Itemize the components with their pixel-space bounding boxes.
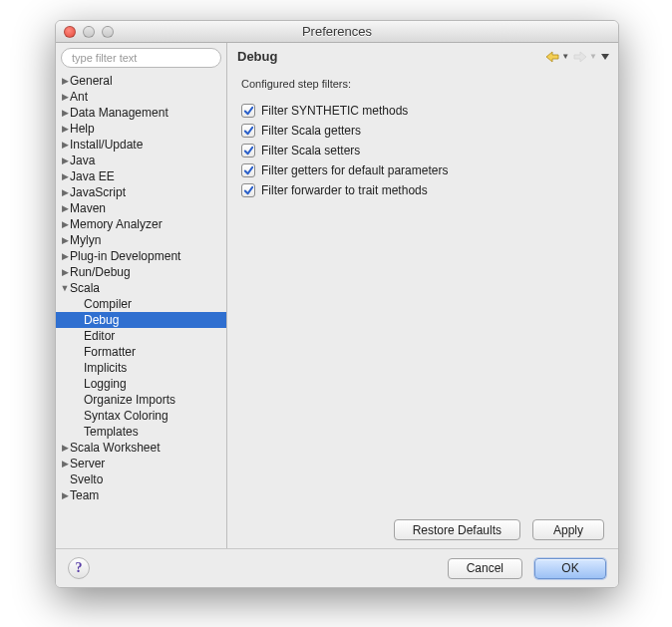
tree-item-label: Logging: [84, 377, 127, 391]
checkmark-icon: [243, 146, 254, 157]
tree-item[interactable]: ▶Scala Worksheet: [56, 440, 226, 456]
tree-item-label: Organize Imports: [84, 393, 175, 407]
disclosure-open-icon[interactable]: ▼: [60, 283, 70, 293]
option-row[interactable]: Filter Scala getters: [241, 124, 604, 138]
tree-item[interactable]: ▶Java EE: [56, 168, 226, 184]
tree-item[interactable]: ▶Data Management: [56, 105, 226, 121]
tree-item[interactable]: ▶Compiler: [56, 296, 226, 312]
traffic-lights: [56, 26, 114, 38]
view-menu-button[interactable]: [600, 53, 610, 61]
menu-chevron-icon: [601, 54, 609, 60]
tree-item[interactable]: ▶Java: [56, 153, 226, 168]
local-buttons: Restore Defaults Apply: [241, 509, 604, 540]
tree-item[interactable]: ▶Team: [56, 487, 226, 503]
tree-item[interactable]: ▶Mylyn: [56, 232, 226, 248]
option-label: Filter SYNTHETIC methods: [261, 104, 408, 118]
disclosure-closed-icon[interactable]: ▶: [60, 251, 70, 261]
tree-item[interactable]: ▶Maven: [56, 200, 226, 216]
disclosure-closed-icon[interactable]: ▶: [60, 108, 70, 118]
checkmark-icon: [243, 106, 254, 117]
option-label: Filter Scala setters: [261, 144, 360, 157]
tree-item-label: Memory Analyzer: [70, 217, 163, 231]
main-buttons: Cancel OK: [448, 558, 606, 579]
tree-item-label: Install/Update: [70, 138, 143, 152]
filter-input[interactable]: [61, 48, 221, 68]
disclosure-closed-icon[interactable]: ▶: [60, 156, 70, 165]
disclosure-closed-icon[interactable]: ▶: [60, 124, 70, 134]
tree-item-label: Team: [70, 488, 99, 502]
filter-wrap: [56, 43, 226, 73]
close-icon[interactable]: [64, 26, 76, 38]
tree-item[interactable]: ▶Run/Debug: [56, 264, 226, 280]
checkbox[interactable]: [241, 183, 255, 197]
chevron-down-icon: ▼: [589, 52, 597, 61]
section-label: Configured step filters:: [241, 78, 604, 90]
tree-item[interactable]: ▶Implicits: [56, 360, 226, 376]
tree-item[interactable]: ▶Syntax Coloring: [56, 408, 226, 424]
disclosure-closed-icon[interactable]: ▶: [60, 203, 70, 213]
tree-item-label: JavaScript: [70, 185, 126, 199]
tree-item[interactable]: ▶Debug: [56, 312, 226, 328]
option-row[interactable]: Filter Scala setters: [241, 144, 604, 157]
checkbox[interactable]: [241, 144, 255, 157]
tree-item[interactable]: ▶Install/Update: [56, 137, 226, 153]
tree-item[interactable]: ▶Plug-in Development: [56, 248, 226, 264]
tree-item-label: Formatter: [84, 345, 136, 359]
disclosure-closed-icon[interactable]: ▶: [60, 490, 70, 500]
tree-item-label: Compiler: [84, 297, 132, 311]
tree-item[interactable]: ▶JavaScript: [56, 184, 226, 200]
tree-item-label: Syntax Coloring: [84, 409, 168, 423]
tree-item[interactable]: ▼Scala: [56, 280, 226, 296]
tree-item[interactable]: ▶Svelto: [56, 471, 226, 487]
left-panel: ▶General▶Ant▶Data Management▶Help▶Instal…: [56, 43, 227, 548]
disclosure-closed-icon[interactable]: ▶: [60, 171, 70, 181]
option-row[interactable]: Filter forwarder to trait methods: [241, 183, 604, 197]
apply-button[interactable]: Apply: [532, 519, 604, 540]
tree-item-label: Scala: [70, 281, 100, 295]
page-header: Debug ▼ ▼: [227, 43, 618, 68]
zoom-icon[interactable]: [102, 26, 114, 38]
disclosure-closed-icon[interactable]: ▶: [60, 235, 70, 245]
option-row[interactable]: Filter SYNTHETIC methods: [241, 104, 604, 118]
disclosure-closed-icon[interactable]: ▶: [60, 443, 70, 453]
tree-item[interactable]: ▶Help: [56, 121, 226, 137]
checkbox[interactable]: [241, 124, 255, 138]
titlebar: Preferences: [56, 21, 618, 43]
option-row[interactable]: Filter getters for default parameters: [241, 163, 604, 177]
tree-item[interactable]: ▶Templates: [56, 424, 226, 440]
disclosure-closed-icon[interactable]: ▶: [60, 187, 70, 197]
disclosure-closed-icon[interactable]: ▶: [60, 459, 70, 469]
disclosure-closed-icon[interactable]: ▶: [60, 76, 70, 86]
tree-item[interactable]: ▶Editor: [56, 328, 226, 344]
checkmark-icon: [243, 165, 254, 176]
tree-item-label: Implicits: [84, 361, 127, 375]
nav-back-button[interactable]: ▼: [544, 50, 570, 64]
right-panel: Debug ▼ ▼: [227, 43, 618, 548]
preferences-tree[interactable]: ▶General▶Ant▶Data Management▶Help▶Instal…: [56, 73, 226, 548]
tree-item[interactable]: ▶Formatter: [56, 344, 226, 360]
help-button[interactable]: ?: [68, 557, 90, 579]
minimize-icon[interactable]: [83, 26, 95, 38]
disclosure-closed-icon[interactable]: ▶: [60, 267, 70, 277]
split-pane: ▶General▶Ant▶Data Management▶Help▶Instal…: [56, 43, 618, 548]
tree-item-label: Java EE: [70, 169, 115, 183]
checkbox[interactable]: [241, 163, 255, 177]
tree-item[interactable]: ▶General: [56, 73, 226, 89]
disclosure-closed-icon[interactable]: ▶: [60, 92, 70, 102]
cancel-button[interactable]: Cancel: [448, 558, 522, 579]
tree-item[interactable]: ▶Memory Analyzer: [56, 216, 226, 232]
question-icon: ?: [76, 560, 83, 576]
restore-defaults-button[interactable]: Restore Defaults: [394, 519, 520, 540]
tree-item-label: Svelto: [70, 472, 103, 486]
tree-item[interactable]: ▶Organize Imports: [56, 392, 226, 408]
tree-item-label: Mylyn: [70, 233, 101, 247]
ok-button[interactable]: OK: [534, 558, 606, 579]
disclosure-closed-icon[interactable]: ▶: [60, 140, 70, 150]
tree-item[interactable]: ▶Server: [56, 456, 226, 471]
tree-item[interactable]: ▶Logging: [56, 376, 226, 392]
disclosure-closed-icon[interactable]: ▶: [60, 219, 70, 229]
checkbox[interactable]: [241, 104, 255, 118]
tree-item[interactable]: ▶Ant: [56, 89, 226, 105]
page-body: Configured step filters: Filter SYNTHETI…: [227, 68, 618, 548]
tree-item-label: Java: [70, 154, 95, 167]
